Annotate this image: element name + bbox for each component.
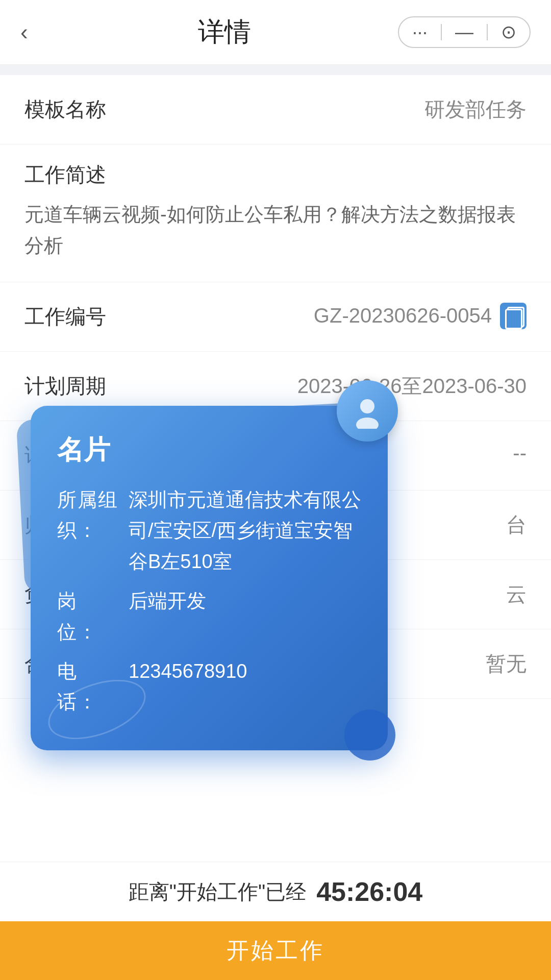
copy-icon[interactable] [500, 303, 527, 329]
card-position-label: 岗 位： [57, 585, 129, 648]
header-divider [441, 24, 442, 40]
detail-content: 模板名称 研发部任务 工作简述 元道车辆云视频-如何防止公车私用？解决方法之数据… [0, 75, 551, 980]
header-actions: ··· — ⊙ [398, 16, 531, 48]
more-button[interactable]: ··· [408, 21, 432, 43]
work-no-label: 工作编号 [24, 303, 116, 331]
plan-period-value: 2023-06-26至2023-06-30 [116, 372, 527, 400]
page-title: 详情 [51, 14, 398, 50]
card-org-label: 所属组织： [57, 484, 129, 577]
timer-prefix: 距离"开始工作"已经 [129, 878, 306, 906]
template-name-value: 研发部任务 [116, 95, 527, 124]
card-phone-value: 12345678910 [129, 656, 361, 718]
work-no-value-group: GZ-20230626-0054 [314, 303, 527, 329]
card-position-value: 后端开发 [129, 585, 361, 648]
svg-point-0 [360, 399, 374, 413]
business-card-popup: 名片 所属组织： 深圳市元道通信技术有限公司/宝安区/西乡街道宝安智谷B左510… [31, 406, 388, 751]
card-blue-circle [344, 709, 395, 761]
svg-point-1 [356, 418, 379, 429]
template-name-row: 模板名称 研发部任务 [0, 75, 551, 144]
card-org-value: 深圳市元道通信技术有限公司/宝安区/西乡街道宝安智谷B左510室 [129, 484, 361, 577]
back-button[interactable]: ‹ [20, 19, 51, 45]
card-title: 名片 [57, 432, 361, 468]
timer-count: 45:26:04 [316, 876, 422, 907]
timer-bar: 距离"开始工作"已经 45:26:04 开始工作 [0, 862, 551, 980]
card-org-row: 所属组织： 深圳市元道通信技术有限公司/宝安区/西乡街道宝安智谷B左510室 [57, 484, 361, 577]
work-desc-label: 工作简述 [24, 161, 527, 189]
minimize-button[interactable]: — [451, 21, 478, 43]
work-desc-value: 元道车辆云视频-如何防止公车私用？解决方法之数据报表分析 [24, 204, 516, 256]
plan-period-label: 计划周期 [24, 372, 116, 400]
header: ‹ 详情 ··· — ⊙ [0, 0, 551, 65]
work-no-row: 工作编号 GZ-20230626-0054 [0, 282, 551, 352]
target-button[interactable]: ⊙ [497, 21, 520, 43]
header-divider-2 [487, 24, 488, 40]
template-name-label: 模板名称 [24, 95, 116, 124]
timer-content: 距离"开始工作"已经 45:26:04 [0, 862, 551, 921]
card-avatar[interactable] [337, 380, 398, 442]
start-work-button[interactable]: 开始工作 [0, 921, 551, 980]
card-position-row: 岗 位： 后端开发 [57, 585, 361, 648]
work-desc-row: 工作简述 元道车辆云视频-如何防止公车私用？解决方法之数据报表分析 [0, 144, 551, 282]
work-no-value: GZ-20230626-0054 [314, 304, 492, 327]
